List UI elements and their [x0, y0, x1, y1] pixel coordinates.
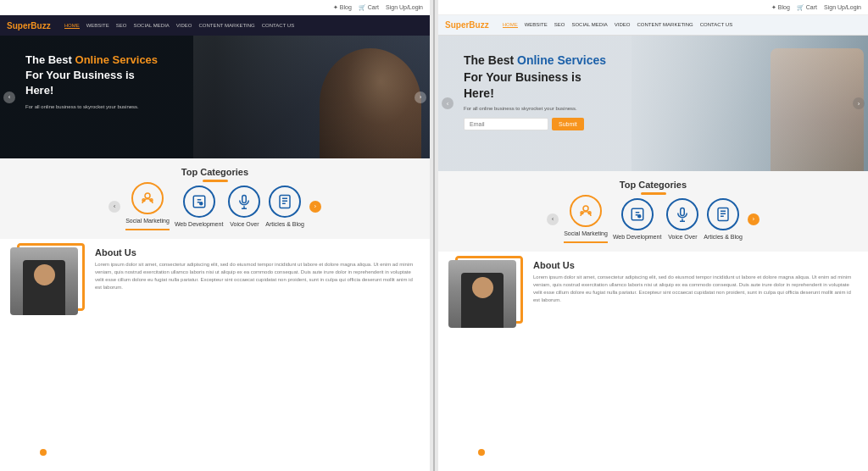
nav-seo-2[interactable]: SEO: [554, 22, 565, 28]
cat-social-2[interactable]: Social Marketing: [564, 195, 608, 243]
cat-social-underline-2: [564, 241, 608, 243]
about-title-1: About Us: [95, 247, 420, 258]
hero-email-row-2: Submit: [464, 118, 606, 130]
about-title-2: About Us: [533, 260, 858, 270]
about-person-body-2: [461, 273, 504, 328]
cat-articles-label-2: Articles & Blog: [704, 234, 743, 240]
cat-title-2: Top Categories: [445, 180, 861, 190]
cat-social-label-1: Social Marketing: [125, 218, 170, 224]
nav-home-2[interactable]: HOME: [503, 22, 518, 28]
cat-web-icon-2: [621, 198, 654, 230]
svg-point-7: [583, 206, 588, 211]
hero-subtext-1: For all online business to skyrocket you…: [25, 104, 158, 109]
panel-1: ✦ Blog 🛒 Cart Sign Up/Login SuperBuzz HO…: [0, 0, 430, 471]
cat-prev-2[interactable]: ‹: [547, 213, 559, 225]
cart-link-1[interactable]: 🛒 Cart: [359, 4, 379, 11]
about-person-2: [448, 260, 516, 328]
categories-1: Top Categories ‹ Social Marketing Web De…: [0, 158, 430, 239]
about-dot-1: [40, 449, 47, 456]
cat-next-1[interactable]: ›: [309, 201, 321, 213]
nav-links-2: HOME WEBSITE SEO SOCIAL MEDIA VIDEO CONT…: [503, 22, 733, 28]
cart-link-2[interactable]: 🛒 Cart: [797, 4, 817, 11]
cat-web-icon-1: [183, 186, 215, 218]
cat-social-label-2: Social Marketing: [564, 230, 608, 236]
nav-contact-1[interactable]: CONTACT US: [262, 23, 294, 29]
cat-voice-icon-1: [228, 186, 260, 218]
nav-seo-1[interactable]: SEO: [116, 23, 127, 29]
hero-submit-btn-2[interactable]: Submit: [552, 118, 584, 130]
cat-items-row-2: ‹ Social Marketing Web Development Voice…: [445, 195, 861, 243]
blog-link-1[interactable]: ✦ Blog: [333, 4, 352, 11]
top-bar-2: ✦ Blog 🛒 Cart Sign Up/Login: [438, 0, 868, 15]
cat-voice-2[interactable]: Voice Over: [666, 198, 698, 240]
cat-items-row-1: ‹ Social Marketing Web Development Voice…: [7, 182, 423, 230]
login-link-2[interactable]: Sign Up/Login: [824, 4, 861, 10]
cat-articles-icon-2: [707, 198, 739, 230]
hero-next-2[interactable]: ›: [853, 97, 865, 109]
cat-social-underline-1: [125, 229, 170, 230]
cat-voice-label-2: Voice Over: [668, 234, 697, 240]
cat-social-icon-1: [131, 182, 164, 214]
about-text-1: About Us Lorem ipsum dolor sit amet, con…: [95, 247, 420, 463]
cat-articles-icon-1: [269, 186, 301, 218]
about-person-head-1: [34, 264, 55, 285]
nav-content-2[interactable]: CONTENT MARKETING: [637, 22, 693, 28]
cat-web-1[interactable]: Web Development: [175, 186, 223, 227]
about-1: About Us Lorem ipsum dolor sit amet, con…: [0, 239, 430, 471]
cat-prev-1[interactable]: ‹: [108, 201, 120, 213]
cat-voice-icon-2: [666, 198, 698, 230]
nav-contact-2[interactable]: CONTACT US: [700, 22, 732, 28]
cat-articles-1[interactable]: Articles & Blog: [265, 186, 304, 227]
cat-social-1[interactable]: Social Marketing: [125, 182, 170, 230]
hero-1: ‹ › The Best Online Services For Your Bu…: [0, 36, 430, 158]
hero-content-1: The Best Online Services For Your Busine…: [25, 53, 158, 109]
cat-social-icon-2: [570, 195, 602, 227]
cat-web-label-2: Web Development: [613, 234, 661, 240]
panel-divider: [433, 0, 435, 471]
hero-email-input-2[interactable]: [464, 118, 548, 130]
login-link-1[interactable]: Sign Up/Login: [386, 4, 423, 10]
about-body-2: Lorem ipsum dolor sit amet, consectetur …: [533, 274, 858, 304]
about-body-1: Lorem ipsum dolor sit amet, consectetur …: [95, 261, 420, 291]
main-nav-2: SuperBuzz HOME WEBSITE SEO SOCIAL MEDIA …: [438, 15, 868, 36]
cat-next-2[interactable]: ›: [748, 213, 760, 225]
svg-point-4: [199, 202, 202, 205]
about-text-2: About Us Lorem ipsum dolor sit amet, con…: [533, 260, 858, 463]
brand-1: SuperBuzz: [7, 21, 51, 30]
hero-content-2: The Best Online Services For Your Busine…: [464, 53, 606, 130]
main-nav-1: SuperBuzz HOME WEBSITE SEO SOCIAL MEDIA …: [0, 15, 430, 36]
about-image-1: [10, 247, 86, 463]
nav-home-1[interactable]: HOME: [64, 23, 80, 29]
top-bar-1: ✦ Blog 🛒 Cart Sign Up/Login: [0, 0, 430, 15]
cat-voice-1[interactable]: Voice Over: [228, 186, 260, 227]
about-person-body-1: [23, 260, 65, 315]
nav-content-1[interactable]: CONTENT MARKETING: [199, 23, 255, 29]
svg-point-0: [145, 193, 150, 198]
svg-rect-5: [242, 196, 247, 203]
nav-social-2[interactable]: SOCIAL MEDIA: [571, 22, 607, 28]
about-person-1: [10, 247, 78, 315]
nav-video-1[interactable]: VIDEO: [176, 23, 192, 29]
hero-heading-1: The Best Online Services For Your Busine…: [25, 53, 158, 99]
hero-prev-2[interactable]: ‹: [442, 97, 453, 109]
nav-links-1: HOME WEBSITE SEO SOCIAL MEDIA VIDEO CONT…: [64, 23, 295, 29]
nav-website-1[interactable]: WEBSITE: [86, 23, 109, 29]
blog-link-2[interactable]: ✦ Blog: [771, 4, 790, 11]
categories-2: Top Categories ‹ Social Marketing Web De…: [438, 171, 868, 252]
nav-website-2[interactable]: WEBSITE: [525, 22, 548, 28]
cat-web-label-1: Web Development: [175, 221, 223, 227]
hero-next-1[interactable]: ›: [415, 91, 426, 103]
svg-point-11: [637, 215, 640, 218]
cat-articles-2[interactable]: Articles & Blog: [704, 198, 743, 240]
nav-social-1[interactable]: SOCIAL MEDIA: [133, 23, 169, 29]
cat-voice-label-1: Voice Over: [230, 221, 259, 227]
hero-heading-2: The Best Online Services For Your Busine…: [464, 53, 606, 103]
panel-2: ✦ Blog 🛒 Cart Sign Up/Login SuperBuzz HO…: [438, 0, 868, 471]
hero-prev-1[interactable]: ‹: [3, 91, 15, 103]
about-2: About Us Lorem ipsum dolor sit amet, con…: [438, 252, 868, 471]
cat-title-1: Top Categories: [7, 167, 423, 177]
cat-web-2[interactable]: Web Development: [613, 198, 661, 240]
hero-subtext-2: For all online business to skyrocket you…: [464, 106, 599, 111]
about-person-head-2: [472, 277, 493, 298]
nav-video-2[interactable]: VIDEO: [615, 22, 631, 28]
